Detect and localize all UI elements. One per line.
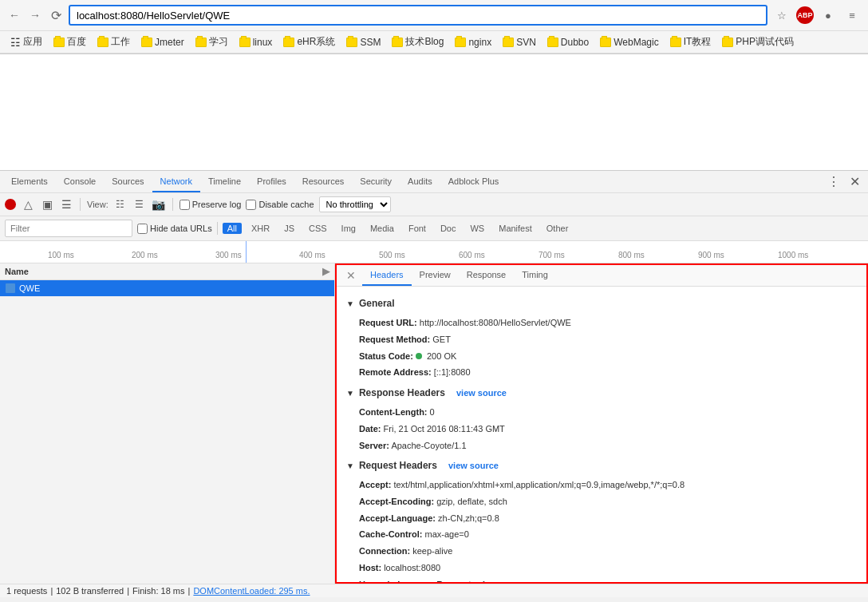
bookmark-ehr[interactable]: eHR系统 <box>279 34 339 50</box>
filter-manifest-button[interactable]: Manifest <box>494 223 537 234</box>
filter-js-button[interactable]: JS <box>279 223 299 234</box>
record-button[interactable] <box>5 199 16 210</box>
devtools-more-button[interactable]: ⋮ <box>823 171 845 192</box>
bookmark-php[interactable]: PHP调试代码 <box>718 34 798 50</box>
folder-icon <box>283 38 294 47</box>
back-button[interactable]: ← <box>6 7 22 23</box>
filter-other-button[interactable]: Other <box>542 223 574 234</box>
detail-tab-preview[interactable]: Preview <box>412 265 459 286</box>
folder-icon <box>455 38 466 47</box>
accept-encoding-row: Accept-Encoding: gzip, deflate, sdch <box>346 493 857 510</box>
bookmark-webmagic[interactable]: WebMagic <box>596 35 662 50</box>
preserve-log-checkbox[interactable] <box>180 200 190 210</box>
detail-close-button[interactable]: ✕ <box>340 266 362 285</box>
filter-img-button[interactable]: Img <box>337 223 361 234</box>
tab-profiles[interactable]: Profiles <box>249 172 294 192</box>
hide-data-urls-checkbox[interactable] <box>137 224 148 234</box>
bookmarks-bar: ☷ 应用 百度 工作 Jmeter 学习 linux eHR系统 <box>0 31 868 53</box>
capture-screenshots-button[interactable]: ▣ <box>40 197 54 212</box>
bookmark-study[interactable]: 学习 <box>191 34 232 50</box>
request-method-key: Request Method: <box>359 335 430 344</box>
bookmark-techblog[interactable]: 技术Blog <box>388 34 448 50</box>
ruler-tick-200: 200 ms <box>132 251 158 259</box>
screenshot-button[interactable]: 📷 <box>152 197 166 212</box>
devtools-close-button[interactable]: ✕ <box>845 171 865 192</box>
filter-doc-button[interactable]: Doc <box>436 223 461 234</box>
folder-icon <box>53 38 65 47</box>
bookmark-it[interactable]: IT教程 <box>666 34 716 50</box>
page-content-area <box>0 54 868 170</box>
filter-xhr-button[interactable]: XHR <box>247 223 274 234</box>
collapse-button[interactable]: ▶ <box>322 266 329 277</box>
tab-console[interactable]: Console <box>56 172 104 192</box>
devtools-tab-bar: Elements Console Sources Network Timelin… <box>0 171 868 193</box>
general-section-header[interactable]: ▼ General <box>346 296 857 311</box>
bookmark-linux[interactable]: linux <box>235 35 277 50</box>
tab-security[interactable]: Security <box>352 172 400 192</box>
bookmark-star-button[interactable]: ☆ <box>772 6 791 25</box>
filter-all-button[interactable]: All <box>223 223 242 234</box>
content-length-row: Content-Length: 0 <box>346 404 857 421</box>
ruler-tick-500: 500 ms <box>379 251 405 259</box>
tab-network[interactable]: Network <box>152 172 200 192</box>
settings-button[interactable]: ≡ <box>842 6 862 25</box>
preserve-log-label[interactable]: Preserve log <box>180 200 242 210</box>
tab-timeline[interactable]: Timeline <box>200 172 249 192</box>
detail-tab-headers[interactable]: Headers <box>362 265 412 286</box>
network-list-panel: Name ▶ QWE <box>0 263 335 584</box>
tab-elements[interactable]: Elements <box>3 172 56 192</box>
ruler-tick-400: 400 ms <box>299 251 326 259</box>
request-headers-section-header[interactable]: ▼ Request Headers view source <box>346 458 857 473</box>
separator2 <box>172 198 173 211</box>
date-row: Date: Fri, 21 Oct 2016 08:11:43 GMT <box>346 421 857 438</box>
detail-panel: ✕ Headers Preview Response Timing ▼ Gene… <box>335 263 868 584</box>
filter-font-button[interactable]: Font <box>404 223 431 234</box>
tab-adblock[interactable]: Adblock Plus <box>440 172 507 192</box>
status-code-row: Status Code: 200 OK <box>346 348 857 365</box>
bookmark-dubbo[interactable]: Dubbo <box>543 35 593 50</box>
tab-resources[interactable]: Resources <box>294 172 353 192</box>
filter-toggle-button[interactable]: ☰ <box>59 197 73 212</box>
disable-cache-checkbox[interactable] <box>246 200 256 210</box>
row-icon <box>5 283 16 294</box>
detail-tab-timing[interactable]: Timing <box>514 265 556 286</box>
dom-content-loaded-link[interactable]: DOMContentLoaded: 295 ms. <box>193 586 310 596</box>
forward-button[interactable]: → <box>27 7 43 23</box>
bookmark-nginx[interactable]: nginx <box>451 35 495 50</box>
response-headers-section-header[interactable]: ▼ Response Headers view source <box>346 386 857 401</box>
ruler-tick-100: 100 ms <box>48 251 74 259</box>
bookmark-baidu[interactable]: 百度 <box>49 34 90 50</box>
reload-button[interactable]: ⟳ <box>48 7 64 23</box>
filter-ws-button[interactable]: WS <box>465 223 489 234</box>
bookmark-svn[interactable]: SVN <box>499 35 540 50</box>
disable-cache-label[interactable]: Disable cache <box>246 200 314 210</box>
status-bar: 1 requests | 102 B transferred | Finish:… <box>0 584 868 597</box>
detail-tab-response[interactable]: Response <box>459 265 515 286</box>
tab-audits[interactable]: Audits <box>400 172 440 192</box>
bookmark-jmeter[interactable]: Jmeter <box>137 35 188 50</box>
bookmark-ssm[interactable]: SSM <box>342 35 385 50</box>
response-headers-view-source[interactable]: view source <box>456 386 507 401</box>
preserve-log-text: Preserve log <box>192 200 242 209</box>
folder-icon <box>600 38 611 47</box>
filter-css-button[interactable]: CSS <box>304 223 332 234</box>
bookmark-work[interactable]: 工作 <box>93 34 134 50</box>
throttle-select[interactable]: No throttling <box>319 196 391 212</box>
request-method-row: Request Method: GET <box>346 331 857 348</box>
tab-sources[interactable]: Sources <box>104 172 152 192</box>
request-headers-view-source[interactable]: view source <box>448 459 499 473</box>
adblock-icon[interactable]: ABP <box>796 6 814 24</box>
extensions-button[interactable]: ● <box>819 6 838 25</box>
list-view-button[interactable]: ☷ <box>113 197 128 212</box>
network-row-qwe[interactable]: QWE <box>0 280 334 297</box>
address-bar[interactable] <box>69 5 767 26</box>
cache-control-key: Cache-Control: <box>359 529 422 539</box>
hide-data-urls-label[interactable]: Hide data URLs <box>137 224 212 234</box>
filter-media-button[interactable]: Media <box>365 223 399 234</box>
detail-view-button[interactable]: ☰ <box>132 197 147 212</box>
date-key: Date: <box>359 424 381 434</box>
bookmark-apps[interactable]: ☷ 应用 <box>6 34 46 50</box>
status-green-dot <box>416 353 422 359</box>
clear-button[interactable]: △ <box>21 197 35 212</box>
filter-input[interactable] <box>5 220 132 237</box>
